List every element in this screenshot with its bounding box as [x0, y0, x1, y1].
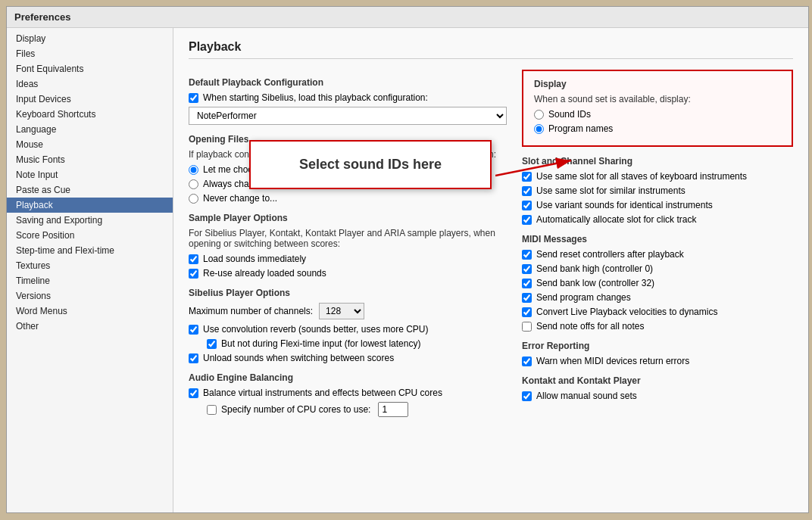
- not-during-flexi-label: But not during Flexi-time input (for low…: [221, 338, 420, 349]
- load-sounds-label: Load sounds immediately: [203, 254, 306, 264]
- page-title: Playback: [189, 40, 793, 59]
- sidebar-item-other[interactable]: Other: [7, 319, 173, 334]
- send-bank-low-checkbox[interactable]: [522, 279, 532, 288]
- reset-controllers-checkbox[interactable]: [522, 250, 532, 260]
- balance-virtual-row: Balance virtual instruments and effects …: [189, 388, 507, 398]
- sidebar-item-keyboard-shortcuts[interactable]: Keyboard Shortcuts: [7, 107, 173, 122]
- sidebar-item-ideas[interactable]: Ideas: [7, 76, 173, 92]
- default-playback-section: Default Playback Configuration When star…: [189, 77, 507, 125]
- send-bank-high-checkbox[interactable]: [522, 264, 532, 274]
- sidebar-item-display[interactable]: Display: [7, 31, 173, 46]
- same-slot-similar-row: Use same slot for similar instruments: [522, 185, 793, 196]
- radio-let-me-choose-input[interactable]: [189, 165, 198, 175]
- load-config-checkbox[interactable]: [189, 93, 198, 103]
- sidebar-item-saving-and-exporting[interactable]: Saving and Exporting: [7, 213, 173, 228]
- error-reporting-label: Error Reporting: [522, 341, 793, 351]
- specify-cpu-checkbox[interactable]: [207, 405, 217, 415]
- allow-manual-sound-sets-checkbox[interactable]: [522, 391, 532, 401]
- radio-never-change: Never change to...: [189, 193, 507, 204]
- reuse-sounds-row: Re-use already loaded sounds: [189, 268, 507, 279]
- max-channels-select[interactable]: 32 64 128 256: [319, 303, 364, 319]
- sidebar-item-timeline[interactable]: Timeline: [7, 273, 173, 288]
- sidebar-item-textures[interactable]: Textures: [7, 258, 173, 273]
- content-area: DisplayFilesFont EquivalentsIdeasInput D…: [7, 28, 808, 512]
- send-note-offs-row: Send note offs for all notes: [522, 321, 793, 332]
- allow-manual-sound-sets-row: Allow manual sound sets: [522, 391, 793, 401]
- sidebar-item-playback[interactable]: Playback: [7, 198, 173, 213]
- slot-channel-label: Slot and Channel Sharing: [522, 156, 793, 167]
- main-panel: Playback Default Playback Configuration …: [173, 28, 808, 512]
- send-bank-low-row: Send bank low (controller 32): [522, 278, 793, 288]
- allow-manual-sound-sets-label: Allow manual sound sets: [536, 391, 637, 401]
- variant-sounds-checkbox[interactable]: [522, 201, 532, 210]
- preferences-window: Preferences DisplayFilesFont Equivalents…: [6, 6, 809, 513]
- not-during-flexi-checkbox[interactable]: [207, 339, 217, 349]
- convert-live-playback-row: Convert Live Playback velocities to dyna…: [522, 307, 793, 317]
- kontakt-section: Kontakt and Kontakt Player Allow manual …: [522, 375, 793, 401]
- radio-program-names-input[interactable]: [534, 124, 544, 134]
- sidebar-item-font-equivalents[interactable]: Font Equivalents: [7, 61, 173, 76]
- warn-midi-checkbox[interactable]: [522, 357, 532, 366]
- sidebar-item-files[interactable]: Files: [7, 46, 173, 61]
- auto-allocate-label: Automatically allocate slot for click tr…: [536, 214, 696, 225]
- balance-virtual-checkbox[interactable]: [189, 388, 198, 398]
- sidebar-item-music-fonts[interactable]: Music Fonts: [7, 152, 173, 167]
- radio-never-change-input[interactable]: [189, 194, 198, 204]
- convolution-reverb-checkbox[interactable]: [189, 325, 198, 335]
- sibelius-player-label: Sibelius Player Options: [189, 288, 507, 298]
- cpu-cores-input[interactable]: [378, 402, 408, 417]
- warn-midi-label: Warn when MIDI devices return errors: [536, 356, 689, 366]
- radio-always-change-input[interactable]: [189, 179, 198, 189]
- send-bank-high-row: Send bank high (controller 0): [522, 263, 793, 274]
- same-slot-similar-checkbox[interactable]: [522, 186, 532, 196]
- balance-virtual-label: Balance virtual instruments and effects …: [203, 388, 442, 398]
- radio-program-names-label: Program names: [548, 123, 613, 134]
- sidebar-item-paste-as-cue[interactable]: Paste as Cue: [7, 182, 173, 198]
- sidebar-item-versions[interactable]: Versions: [7, 288, 173, 304]
- send-note-offs-checkbox[interactable]: [522, 322, 532, 332]
- load-config-label: When starting Sibelius, load this playba…: [203, 92, 428, 103]
- sidebar-item-mouse[interactable]: Mouse: [7, 137, 173, 152]
- reset-controllers-label: Send reset controllers after playback: [536, 249, 684, 260]
- radio-program-names: Program names: [534, 123, 781, 134]
- auto-allocate-checkbox[interactable]: [522, 215, 532, 225]
- reuse-sounds-label: Re-use already loaded sounds: [203, 268, 326, 279]
- unload-sounds-row: Unload sounds when switching between sco…: [189, 353, 507, 363]
- sidebar-item-language[interactable]: Language: [7, 122, 173, 137]
- kontakt-label: Kontakt and Kontakt Player: [522, 375, 793, 386]
- playback-config-dropdown[interactable]: NotePerformer Sibelius Sounds Default: [189, 107, 507, 125]
- sidebar-item-score-position[interactable]: Score Position: [7, 228, 173, 243]
- send-program-changes-checkbox[interactable]: [522, 293, 532, 303]
- convert-live-playback-checkbox[interactable]: [522, 307, 532, 317]
- warn-midi-row: Warn when MIDI devices return errors: [522, 356, 793, 366]
- unload-sounds-label: Unload sounds when switching between sco…: [203, 353, 394, 363]
- same-slot-keyboard-checkbox[interactable]: [522, 172, 532, 182]
- reuse-sounds-checkbox[interactable]: [189, 269, 198, 279]
- radio-sound-ids-label: Sound IDs: [548, 109, 591, 120]
- sidebar-item-input-devices[interactable]: Input Devices: [7, 92, 173, 107]
- tooltip-text: Select sound IDs here: [269, 157, 472, 173]
- radio-sound-ids-input[interactable]: [534, 110, 544, 120]
- send-bank-low-label: Send bank low (controller 32): [536, 278, 654, 288]
- sibelius-player-section: Sibelius Player Options Maximum number o…: [189, 288, 507, 363]
- unload-sounds-checkbox[interactable]: [189, 353, 198, 363]
- title-bar: Preferences: [7, 7, 808, 28]
- sidebar-item-note-input[interactable]: Note Input: [7, 167, 173, 182]
- specify-cpu-label: Specify number of CPU cores to use:: [221, 404, 370, 415]
- error-reporting-section: Error Reporting Warn when MIDI devices r…: [522, 341, 793, 366]
- midi-messages-label: MIDI Messages: [522, 234, 793, 244]
- sidebar-item-step-time-and-flexi-time[interactable]: Step-time and Flexi-time: [7, 243, 173, 258]
- load-config-row: When starting Sibelius, load this playba…: [189, 92, 507, 103]
- not-during-flexi-row: But not during Flexi-time input (for low…: [207, 338, 507, 349]
- same-slot-similar-label: Use same slot for similar instruments: [536, 185, 686, 196]
- tooltip-overlay: Select sound IDs here: [249, 140, 492, 189]
- display-box: Display When a sound set is available, d…: [522, 70, 793, 147]
- load-sounds-checkbox[interactable]: [189, 254, 198, 264]
- sidebar-item-word-menus[interactable]: Word Menus: [7, 304, 173, 319]
- convolution-reverb-row: Use convolution reverb (sounds better, u…: [189, 324, 507, 335]
- radio-never-change-label: Never change to...: [203, 193, 277, 204]
- load-sounds-row: Load sounds immediately: [189, 254, 507, 264]
- sample-player-description: For Sibelius Player, Kontakt, Kontakt Pl…: [189, 228, 507, 249]
- send-bank-high-label: Send bank high (controller 0): [536, 263, 653, 274]
- specify-cpu-row: Specify number of CPU cores to use:: [207, 402, 507, 417]
